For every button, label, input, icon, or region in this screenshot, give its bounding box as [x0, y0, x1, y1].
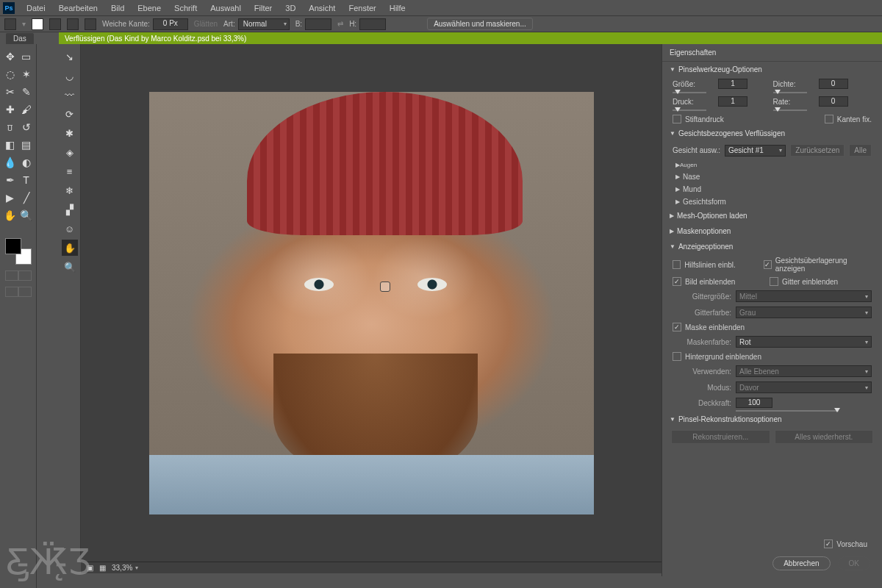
- pucker-icon[interactable]: ✱: [62, 125, 78, 141]
- section-mesh[interactable]: ▶Mesh-Optionen laden: [662, 208, 882, 223]
- opacity-slider[interactable]: [736, 410, 839, 412]
- showmask-checkbox[interactable]: ✓: [673, 323, 681, 331]
- use-select[interactable]: Alle Ebenen▾: [736, 365, 872, 377]
- width-value[interactable]: [305, 18, 331, 30]
- sub-mouth[interactable]: ▶Mund: [662, 183, 882, 196]
- hand-icon[interactable]: ✋: [62, 240, 78, 256]
- restoreall-button[interactable]: Alles wiederherst.: [775, 430, 874, 444]
- screenmode-icon[interactable]: [18, 270, 32, 281]
- document-tab[interactable]: Das: [6, 33, 34, 44]
- density-slider[interactable]: [773, 92, 807, 93]
- gradient-tool-icon[interactable]: ▤: [18, 137, 35, 153]
- zoom-tool-icon[interactable]: 🔍: [18, 207, 35, 223]
- menu-window[interactable]: Fenster: [343, 1, 381, 15]
- rate-slider[interactable]: [773, 110, 807, 111]
- section-view[interactable]: ▼Anzeigeoptionen: [662, 239, 882, 254]
- color-swatches[interactable]: [5, 238, 32, 265]
- sub-shape[interactable]: ▶Gesichtsform: [662, 196, 882, 208]
- section-mask[interactable]: ▶Maskenoptionen: [662, 223, 882, 239]
- line-tool-icon[interactable]: ╱: [18, 190, 35, 206]
- thaw-mask-icon[interactable]: ▞: [62, 201, 78, 218]
- menu-help[interactable]: Hilfe: [384, 1, 412, 15]
- height-value[interactable]: [359, 18, 386, 30]
- menu-filter[interactable]: Filter: [248, 1, 278, 15]
- density-value[interactable]: 0: [819, 79, 848, 89]
- section-brush[interactable]: ▼Pinselwerkzeug-Optionen: [662, 62, 882, 77]
- menu-type[interactable]: Schrift: [168, 1, 203, 15]
- sub-eyes[interactable]: ▶Augen: [662, 159, 882, 171]
- dodge-tool-icon[interactable]: ◐: [18, 154, 35, 171]
- twirl-icon[interactable]: ⟳: [62, 106, 78, 122]
- preview-checkbox[interactable]: ✓: [824, 539, 833, 548]
- opacity-value[interactable]: 100: [736, 398, 772, 408]
- lasso-tool-icon[interactable]: ◌: [2, 66, 18, 82]
- stamp-tool-icon[interactable]: ⩌: [2, 119, 18, 135]
- guides-checkbox[interactable]: [673, 260, 681, 269]
- maskcolor-select[interactable]: Rot▾: [736, 336, 872, 348]
- feather-value[interactable]: 0 Px: [153, 18, 188, 30]
- wand-tool-icon[interactable]: ✶: [18, 66, 35, 82]
- pen-tool-icon[interactable]: ✒: [2, 172, 18, 188]
- menu-layer[interactable]: Ebene: [132, 1, 167, 15]
- menu-edit[interactable]: Bearbeiten: [53, 1, 104, 15]
- bloat-icon[interactable]: ◈: [62, 144, 78, 160]
- crop-tool-icon[interactable]: ✂: [2, 84, 18, 100]
- reset-button[interactable]: Zurücksetzen: [790, 144, 845, 157]
- menu-file[interactable]: Datei: [21, 1, 51, 15]
- eyedropper-tool-icon[interactable]: ✎: [18, 84, 35, 100]
- forward-warp-icon[interactable]: ↘: [62, 49, 78, 65]
- select-and-mask-button[interactable]: Auswählen und maskieren...: [427, 18, 533, 30]
- pressure-slider[interactable]: [673, 110, 706, 111]
- quickmask-icon[interactable]: [5, 270, 18, 281]
- sub-nose[interactable]: ▶Nase: [662, 171, 882, 183]
- pressure-value[interactable]: 1: [718, 96, 747, 107]
- mode-b-icon[interactable]: [18, 287, 32, 297]
- size-value[interactable]: 1: [718, 79, 747, 89]
- brush-tool-icon[interactable]: 🖌: [18, 101, 35, 118]
- canvas-area[interactable]: [81, 44, 662, 562]
- sel-int-icon[interactable]: [85, 18, 96, 30]
- showbg-checkbox[interactable]: [673, 352, 681, 361]
- marquee-preset-icon[interactable]: [4, 18, 16, 30]
- style-select[interactable]: Normal: [238, 18, 290, 30]
- marquee-tool-icon[interactable]: ▭: [18, 49, 35, 65]
- meshcolor-select[interactable]: Grau▾: [736, 306, 872, 318]
- reconstruct-button[interactable]: Rekonstruieren...: [671, 430, 770, 444]
- section-face[interactable]: ▼Gesichtsbezogenes Verflüssigen: [662, 126, 882, 141]
- blur-tool-icon[interactable]: 💧: [2, 154, 18, 171]
- rate-value[interactable]: 0: [819, 96, 848, 107]
- zoom-dropdown[interactable]: 33,3%▾: [112, 564, 138, 572]
- push-left-icon[interactable]: ≡: [62, 163, 78, 179]
- heal-tool-icon[interactable]: ✚: [2, 101, 18, 118]
- stylus-checkbox[interactable]: [673, 115, 681, 123]
- meshsize-select[interactable]: Mittel▾: [736, 290, 872, 302]
- sel-add-icon[interactable]: [49, 18, 61, 30]
- path-tool-icon[interactable]: ▶: [2, 190, 18, 206]
- sel-sub-icon[interactable]: [67, 18, 79, 30]
- pinedges-checkbox[interactable]: [825, 115, 833, 123]
- history-brush-icon[interactable]: ↺: [18, 119, 35, 135]
- faceoverlay-checkbox[interactable]: ✓: [764, 260, 772, 269]
- smooth-icon[interactable]: 〰: [62, 87, 78, 103]
- menu-select[interactable]: Auswahl: [204, 1, 247, 15]
- freeze-mask-icon[interactable]: ❄: [62, 182, 78, 198]
- cancel-button[interactable]: Abbrechen: [772, 556, 830, 570]
- eraser-tool-icon[interactable]: ◧: [2, 137, 18, 153]
- type-tool-icon[interactable]: T: [18, 172, 35, 188]
- showmesh-checkbox[interactable]: [770, 277, 778, 286]
- sel-new-icon[interactable]: [32, 18, 43, 30]
- mode-select[interactable]: Davor▾: [736, 381, 872, 393]
- ok-button[interactable]: OK: [838, 556, 870, 570]
- showimage-checkbox[interactable]: ✓: [673, 277, 681, 286]
- size-slider[interactable]: [673, 92, 706, 93]
- hand-tool-icon[interactable]: ✋: [2, 207, 18, 223]
- menu-image[interactable]: Bild: [105, 1, 130, 15]
- menu-3d[interactable]: 3D: [279, 1, 301, 15]
- move-tool-icon[interactable]: ✥: [2, 49, 18, 65]
- all-button[interactable]: Alle: [849, 144, 872, 157]
- face-select[interactable]: Gesicht #1▾: [725, 145, 786, 157]
- section-recon[interactable]: ▼Pinsel-Rekonstruktionsoptionen: [662, 412, 882, 427]
- face-tool-icon[interactable]: ☺: [62, 220, 78, 237]
- menu-view[interactable]: Ansicht: [303, 1, 341, 15]
- zoom-icon[interactable]: 🔍: [62, 259, 78, 275]
